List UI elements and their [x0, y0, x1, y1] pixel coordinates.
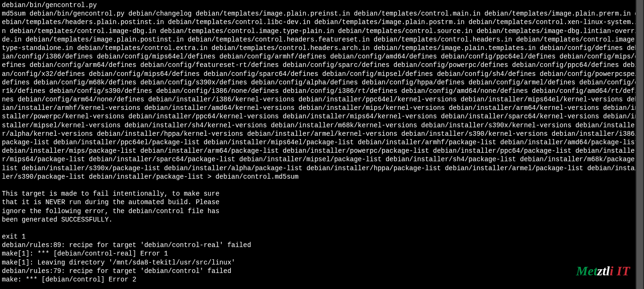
- terminal-output: debian/bin/gencontrol.py md5sum debian/b…: [2, 1, 642, 284]
- scrollbar-track[interactable]: [636, 0, 644, 289]
- scrollbar-thumb[interactable]: [636, 0, 643, 289]
